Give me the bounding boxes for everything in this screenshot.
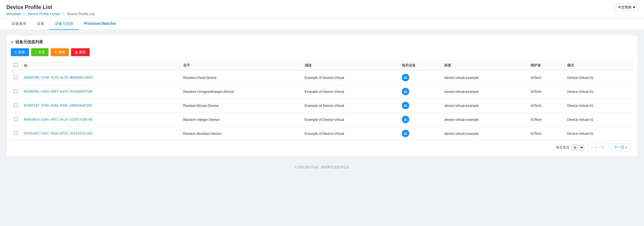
footer-text: CSDN @IoTHub · 物联网开源技术社区 bbox=[295, 165, 349, 169]
row-related-device-1[interactable] bbox=[399, 85, 441, 99]
refresh-button[interactable]: ↻ 刷新 bbox=[11, 48, 29, 56]
row-maintainer-2: IOTech bbox=[527, 99, 564, 113]
tab-device-service[interactable]: 设备服务 bbox=[6, 18, 32, 30]
row-id-1: 8520256e-c8c0-4d6f-ba7b-01e0a8d971bb bbox=[21, 85, 180, 99]
toolbar: ↻ 刷新 + 添加 ✎ 编辑 🗑 删除 bbox=[11, 48, 633, 56]
device-link-icon-2[interactable] bbox=[402, 102, 409, 109]
table-row: 5574cbd2-7eef-42ad-8f22-251331f2cd43 Ran… bbox=[11, 127, 633, 141]
tab-device-info[interactable]: 设备元信息 bbox=[50, 18, 79, 30]
row-mode-4: Device-Virtual-01 bbox=[564, 127, 633, 141]
language-button[interactable]: 中文简体 ▼ bbox=[615, 4, 639, 11]
row-checkbox-4[interactable] bbox=[14, 131, 18, 135]
tab-provision-watcher[interactable]: Provision Watcher bbox=[79, 18, 121, 30]
card-header: ≡ 设备元信息列表 bbox=[11, 40, 633, 45]
refresh-label: 刷新 bbox=[18, 50, 25, 55]
breadcrumb-sep-2: > bbox=[63, 12, 65, 16]
col-header-related-device: 相关设备 bbox=[399, 60, 441, 71]
per-page-dropdown[interactable]: 5 10 20 50 bbox=[571, 144, 584, 151]
row-id-4: 5574cbd2-7eef-42ad-8f22-251331f2cd43 bbox=[21, 127, 180, 141]
table-row: 6e6ea9cd-226e-40f1-8c15-512617cbb78a Ran… bbox=[11, 113, 633, 127]
add-label: 添加 bbox=[38, 50, 45, 55]
row-checkbox-cell bbox=[11, 71, 21, 85]
language-label: 中文简体 ▼ bbox=[618, 5, 636, 10]
row-maintainer-1: IOTech bbox=[527, 85, 564, 99]
per-page-select: 每页条目 5 10 20 50 bbox=[556, 144, 584, 151]
add-icon: + bbox=[35, 50, 37, 54]
row-mode-3: Device-Virtual-01 bbox=[564, 113, 633, 127]
row-checkbox-3[interactable] bbox=[14, 117, 18, 121]
row-checkbox-0[interactable] bbox=[14, 75, 18, 79]
device-link-icon-3[interactable] bbox=[402, 116, 409, 123]
breadcrumb: Metadata > Device Profile Center > Devic… bbox=[6, 12, 638, 16]
select-all-checkbox[interactable] bbox=[14, 63, 18, 67]
people-icon bbox=[404, 104, 407, 107]
row-description-2: Example of Device-Virtual bbox=[302, 99, 399, 113]
next-page-button[interactable]: 下一页 » bbox=[610, 144, 631, 151]
row-related-device-3[interactable] bbox=[399, 113, 441, 127]
row-checkbox-cell bbox=[11, 127, 21, 141]
device-link-icon-4[interactable] bbox=[402, 130, 409, 137]
breadcrumb-metadata[interactable]: Metadata bbox=[6, 12, 21, 16]
row-tags-1: device-virtual-example bbox=[441, 85, 527, 99]
card-title: 设备元信息列表 bbox=[15, 40, 43, 45]
row-mode-0: Device-Virtual-01 bbox=[564, 71, 633, 85]
breadcrumb-device-profile-center[interactable]: Device Profile Center bbox=[28, 12, 60, 16]
row-related-device-0[interactable] bbox=[399, 71, 441, 85]
col-header-id: ID bbox=[21, 60, 180, 71]
row-maintainer-3: IOTech bbox=[527, 113, 564, 127]
row-description-1: Example of Device-Virtual bbox=[302, 85, 399, 99]
row-mode-2: Device-Virtual-01 bbox=[564, 99, 633, 113]
table-header-row: ID 名字 描述 相关设备 标签 维护者 模式 bbox=[11, 60, 633, 71]
row-name-0: Random-Float-Device bbox=[180, 71, 302, 85]
row-checkbox-cell bbox=[11, 113, 21, 127]
tab-device[interactable]: 设备 bbox=[32, 18, 50, 30]
row-checkbox-2[interactable] bbox=[14, 103, 18, 107]
delete-label: 删除 bbox=[79, 50, 86, 55]
refresh-icon: ↻ bbox=[15, 50, 17, 54]
row-related-device-4[interactable] bbox=[399, 127, 441, 141]
col-header-name: 名字 bbox=[180, 60, 302, 71]
edit-label: 编辑 bbox=[58, 50, 65, 55]
page-header: Device Profile List Metadata > Device Pr… bbox=[0, 0, 644, 18]
edit-button[interactable]: ✎ 编辑 bbox=[51, 48, 69, 56]
row-description-4: Example of Device-Virtual bbox=[302, 127, 399, 141]
people-icon bbox=[404, 132, 407, 135]
device-link-icon-0[interactable] bbox=[402, 74, 409, 81]
add-button[interactable]: + 添加 bbox=[31, 48, 49, 56]
row-related-device-2[interactable] bbox=[399, 99, 441, 113]
pagination-bar: 每页条目 5 10 20 50 « 上一页 下一页 » bbox=[11, 141, 633, 152]
row-id-3: 6e6ea9cd-226e-40f1-8c15-512617cbb78a bbox=[21, 113, 180, 127]
row-tags-4: device-virtual-example bbox=[441, 127, 527, 141]
row-maintainer-4: IOTech bbox=[527, 127, 564, 141]
delete-button[interactable]: 🗑 删除 bbox=[71, 48, 90, 56]
main-content: ≡ 设备元信息列表 ↻ 刷新 + 添加 ✎ 编辑 🗑 删除 bbox=[0, 30, 644, 162]
data-table: ID 名字 描述 相关设备 标签 维护者 模式 d0e95796-1f48-4c… bbox=[11, 60, 633, 141]
page-buttons: « 上一页 下一页 » bbox=[587, 144, 631, 151]
row-tags-0: device-virtual-example bbox=[441, 71, 527, 85]
row-mode-1: Device-Virtual-01 bbox=[564, 85, 633, 99]
page-title: Device Profile List bbox=[6, 4, 638, 10]
breadcrumb-sep-1: > bbox=[23, 12, 25, 16]
col-header-description: 描述 bbox=[302, 60, 399, 71]
row-checkbox-cell bbox=[11, 85, 21, 99]
device-link-icon-1[interactable] bbox=[402, 88, 409, 95]
people-icon bbox=[404, 118, 407, 121]
row-description-0: Example of Device-Virtual bbox=[302, 71, 399, 85]
col-header-checkbox bbox=[11, 60, 21, 71]
row-name-1: Random-UnsignedInteger-Device bbox=[180, 85, 302, 99]
prev-page-button[interactable]: « 上一页 bbox=[587, 144, 608, 151]
table-row: 8520256e-c8c0-4d6f-ba7b-01e0a8d971bb Ran… bbox=[11, 85, 633, 99]
card-header-icon: ≡ bbox=[11, 40, 13, 45]
row-description-3: Example of Device-Virtual bbox=[302, 113, 399, 127]
col-header-maintainer: 维护者 bbox=[527, 60, 564, 71]
delete-icon: 🗑 bbox=[75, 50, 78, 54]
row-name-2: Random-Binary-Device bbox=[180, 99, 302, 113]
row-id-0: d0e95796-1f48-4c75-ac7b-864d892cd9f8 bbox=[21, 71, 180, 85]
table-wrapper: ID 名字 描述 相关设备 标签 维护者 模式 d0e95796-1f48-4c… bbox=[11, 60, 633, 141]
tabs: 设备服务 设备 设备元信息 Provision Watcher bbox=[6, 18, 638, 30]
row-tags-2: device-virtual-example bbox=[441, 99, 527, 113]
tabs-container: 设备服务 设备 设备元信息 Provision Watcher bbox=[0, 18, 644, 30]
table-row: 8249f287-5f0e-4c0e-93dc-188659a832bf Ran… bbox=[11, 99, 633, 113]
row-checkbox-1[interactable] bbox=[14, 89, 18, 93]
people-icon bbox=[404, 90, 407, 93]
